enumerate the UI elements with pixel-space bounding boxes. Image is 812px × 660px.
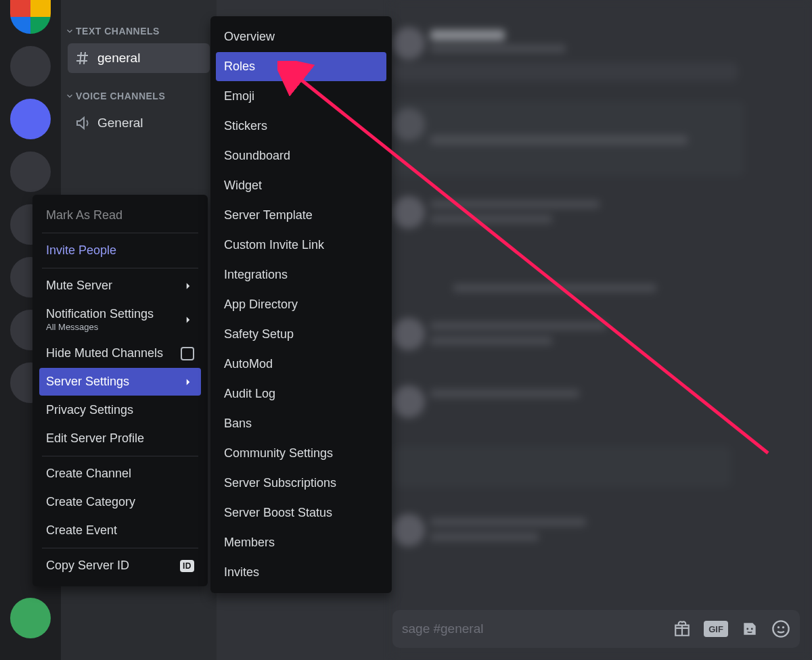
- ctx-invite-people[interactable]: Invite People: [39, 237, 201, 264]
- ctx-separator: [42, 268, 198, 268]
- submenu-item-invites[interactable]: Invites: [216, 558, 386, 587]
- add-server-button[interactable]: [10, 598, 51, 638]
- server-settings-submenu: OverviewRolesEmojiStickersSoundboardWidg…: [210, 16, 392, 593]
- submenu-item-label: Members: [224, 536, 275, 549]
- submenu-item-soundboard[interactable]: Soundboard: [216, 141, 386, 170]
- checkbox-empty-icon[interactable]: [181, 347, 194, 360]
- submenu-item-label: Server Boost Status: [224, 506, 332, 519]
- category-header-text-label: TEXT CHANNELS: [76, 26, 160, 37]
- ctx-hide-muted-channels-label: Hide Muted Channels: [46, 346, 163, 360]
- category-header-text[interactable]: TEXT CHANNELS: [61, 23, 217, 39]
- submenu-item-label: Roles: [224, 60, 255, 73]
- svg-point-1: [751, 628, 753, 630]
- gift-icon[interactable]: [673, 619, 692, 638]
- svg-point-0: [746, 628, 748, 630]
- category-header-voice-label: VOICE CHANNELS: [76, 91, 165, 101]
- submenu-item-label: Custom Invite Link: [224, 238, 324, 252]
- submenu-item-server-template[interactable]: Server Template: [216, 201, 386, 230]
- chevron-right-icon: [182, 314, 194, 326]
- ctx-separator: [42, 233, 198, 233]
- ctx-notification-settings-sub: All Messages: [46, 322, 154, 332]
- submenu-item-server-boost-status[interactable]: Server Boost Status: [216, 498, 386, 527]
- chat-area-blurred: [392, 0, 812, 660]
- ctx-hide-muted-channels[interactable]: Hide Muted Channels: [39, 339, 201, 367]
- submenu-item-widget[interactable]: Widget: [216, 171, 386, 200]
- server-avatar-3[interactable]: [10, 151, 51, 192]
- submenu-item-label: Soundboard: [224, 149, 290, 162]
- ctx-create-category-label: Create Category: [46, 495, 135, 509]
- svg-point-2: [773, 621, 788, 636]
- ctx-copy-server-id[interactable]: Copy Server ID ID: [39, 552, 201, 580]
- gif-button[interactable]: GIF: [704, 621, 728, 637]
- submenu-item-label: AutoMod: [224, 357, 273, 371]
- ctx-create-category[interactable]: Create Category: [39, 488, 201, 516]
- ctx-create-event-label: Create Event: [46, 523, 117, 538]
- emoji-icon[interactable]: [771, 619, 790, 638]
- ctx-edit-server-profile[interactable]: Edit Server Profile: [39, 425, 201, 452]
- svg-point-3: [777, 626, 780, 628]
- submenu-item-audit-log[interactable]: Audit Log: [216, 379, 386, 408]
- submenu-item-community-settings[interactable]: Community Settings: [216, 439, 386, 468]
- chevron-down-icon: [65, 26, 74, 36]
- submenu-item-label: Integrations: [224, 268, 288, 281]
- ctx-notification-settings-label: Notification Settings: [46, 307, 154, 321]
- chevron-down-icon: [65, 91, 74, 101]
- chevron-right-icon: [182, 280, 194, 292]
- ctx-mark-as-read[interactable]: Mark As Read: [39, 202, 201, 229]
- submenu-item-label: Invites: [224, 565, 259, 579]
- ctx-create-channel-label: Create Channel: [46, 467, 131, 481]
- hash-icon: [74, 50, 91, 66]
- server-avatar-0[interactable]: [10, 0, 51, 34]
- ctx-mark-as-read-label: Mark As Read: [46, 208, 122, 222]
- submenu-item-label: Server Subscriptions: [224, 476, 336, 490]
- ctx-invite-people-label: Invite People: [46, 243, 116, 258]
- server-context-menu: Mark As Read Invite People Mute Server N…: [32, 195, 208, 586]
- submenu-item-members[interactable]: Members: [216, 528, 386, 557]
- id-badge-icon: ID: [180, 560, 194, 572]
- submenu-item-roles[interactable]: Roles: [216, 52, 386, 81]
- message-input-bar[interactable]: sage #general GIF: [392, 610, 800, 648]
- submenu-item-label: Audit Log: [224, 387, 275, 400]
- server-avatar-2[interactable]: [10, 99, 51, 139]
- text-channel-label: general: [97, 51, 140, 66]
- submenu-item-label: Server Template: [224, 208, 313, 222]
- submenu-item-overview[interactable]: Overview: [216, 22, 386, 51]
- message-input-placeholder: sage #general: [402, 621, 660, 636]
- submenu-item-automod[interactable]: AutoMod: [216, 350, 386, 379]
- submenu-item-safety-setup[interactable]: Safety Setup: [216, 320, 386, 349]
- submenu-item-custom-invite-link[interactable]: Custom Invite Link: [216, 231, 386, 260]
- sticker-icon[interactable]: [740, 619, 759, 638]
- ctx-copy-server-id-label: Copy Server ID: [46, 559, 129, 573]
- submenu-item-bans[interactable]: Bans: [216, 409, 386, 438]
- ctx-create-event[interactable]: Create Event: [39, 517, 201, 544]
- submenu-item-stickers[interactable]: Stickers: [216, 112, 386, 141]
- ctx-server-settings-label: Server Settings: [46, 375, 129, 389]
- voice-channel-general[interactable]: General: [68, 108, 210, 138]
- submenu-item-label: Safety Setup: [224, 327, 294, 341]
- ctx-mute-server[interactable]: Mute Server: [39, 272, 201, 300]
- submenu-item-label: Widget: [224, 179, 262, 192]
- submenu-item-label: Stickers: [224, 119, 267, 133]
- submenu-item-app-directory[interactable]: App Directory: [216, 290, 386, 319]
- ctx-privacy-settings[interactable]: Privacy Settings: [39, 396, 201, 424]
- ctx-notification-settings[interactable]: Notification Settings All Messages: [39, 300, 201, 339]
- ctx-edit-server-profile-label: Edit Server Profile: [46, 431, 144, 446]
- submenu-item-label: Overview: [224, 30, 275, 43]
- submenu-item-label: Bans: [224, 417, 252, 430]
- category-header-voice[interactable]: VOICE CHANNELS: [61, 88, 217, 104]
- submenu-item-label: Emoji: [224, 89, 254, 103]
- submenu-item-server-subscriptions[interactable]: Server Subscriptions: [216, 469, 386, 498]
- ctx-create-channel[interactable]: Create Channel: [39, 460, 201, 488]
- ctx-mute-server-label: Mute Server: [46, 279, 112, 293]
- speaker-icon: [74, 115, 91, 131]
- submenu-item-emoji[interactable]: Emoji: [216, 82, 386, 111]
- voice-channel-label: General: [97, 116, 143, 131]
- text-channel-general[interactable]: general: [68, 43, 210, 73]
- submenu-item-integrations[interactable]: Integrations: [216, 260, 386, 289]
- submenu-item-label: Community Settings: [224, 446, 333, 460]
- ctx-server-settings[interactable]: Server Settings: [39, 368, 201, 396]
- server-avatar-1[interactable]: [10, 46, 51, 87]
- submenu-item-label: App Directory: [224, 298, 298, 311]
- svg-point-4: [782, 626, 784, 628]
- ctx-separator: [42, 456, 198, 456]
